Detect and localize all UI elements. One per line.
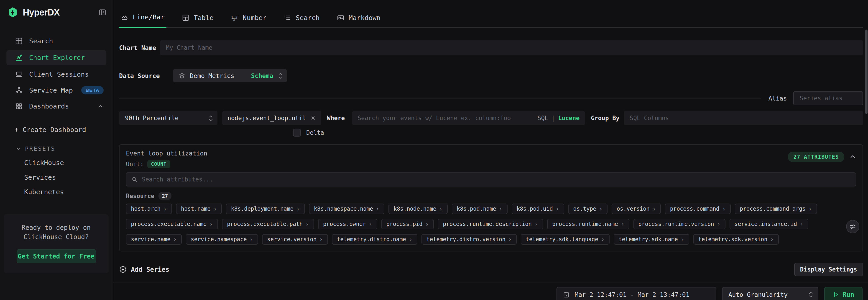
attribute-chip[interactable]: process.runtime.version › [633, 219, 725, 229]
attribute-chip[interactable]: process.runtime.name › [547, 219, 629, 229]
chevron-right-icon: › [717, 221, 720, 227]
attribute-chip[interactable]: process.executable.path › [222, 219, 314, 229]
resource-count-badge: 27 [158, 192, 172, 200]
attribute-chip-label: service.instance.id [735, 221, 797, 227]
attribute-chip-label: k8s.pod.name [457, 206, 496, 212]
sidebar-item-client-sessions[interactable]: Client Sessions [0, 67, 113, 81]
attribute-search-input[interactable] [142, 176, 851, 183]
attribute-chip[interactable]: k8s.pod.uid › [512, 203, 564, 214]
presets-header[interactable]: PRESETS [16, 145, 113, 152]
chevron-right-icon: › [556, 206, 559, 212]
divider [119, 98, 761, 99]
tab-search[interactable]: Search [282, 12, 321, 28]
attribute-chip[interactable]: process.command › [665, 203, 731, 214]
scrollbar-thumb[interactable] [865, 30, 868, 114]
time-range-picker[interactable]: Mar 2 12:47:01 - Mar 2 13:47:01 [557, 287, 716, 300]
where-search-input[interactable] [358, 115, 535, 121]
tab-markdown[interactable]: Markdown [335, 12, 382, 28]
panel-options-fab[interactable] [846, 220, 859, 233]
attribute-chip[interactable]: telemetry.distro.version › [422, 234, 517, 245]
search-icon [131, 176, 138, 183]
chevron-right-icon: › [534, 221, 538, 227]
close-icon[interactable] [310, 115, 316, 121]
add-series-button[interactable]: Add Series [119, 266, 169, 273]
attribute-chip[interactable]: host.name › [176, 203, 222, 214]
attribute-chip[interactable]: os.version › [612, 203, 661, 214]
attribute-chip-label: k8s.deployment.name [231, 206, 293, 212]
chevron-right-icon: › [601, 237, 604, 242]
create-dashboard-button[interactable]: + Create Dashboard [14, 126, 113, 134]
attribute-chip[interactable]: service.instance.id › [730, 219, 808, 229]
group-by-input[interactable] [624, 111, 863, 125]
delta-checkbox[interactable] [293, 129, 301, 137]
tab-table[interactable]: Table [180, 12, 215, 28]
tab-label: Search [296, 14, 320, 22]
attribute-chip[interactable]: service.namespace › [186, 234, 258, 245]
attribute-chip[interactable]: telemetry.sdk.language › [521, 234, 610, 245]
attribute-chip[interactable]: process.command_args › [735, 203, 817, 214]
tab-label: Markdown [349, 14, 381, 22]
clickhouse-cloud-promo: Ready to deploy on ClickHouse Cloud? Get… [4, 214, 108, 273]
collapse-sidebar-icon[interactable] [99, 8, 106, 16]
play-icon [833, 291, 839, 298]
attribute-chip[interactable]: k8s.namespace.name › [309, 203, 384, 214]
schema-link[interactable]: Schema [251, 72, 273, 79]
footer-toolbar: Mar 2 12:47:01 - Mar 2 13:47:01 Auto Gra… [113, 282, 868, 300]
sidebar-item-chart-explorer[interactable]: Chart Explorer [6, 50, 106, 65]
language-separator: | [552, 115, 555, 121]
sidebar: HyperDX Search [0, 0, 113, 300]
attribute-chip[interactable]: service.version › [262, 234, 328, 245]
attributes-count-badge: 27 ATTRIBUTES [788, 152, 844, 162]
svg-text:3: 3 [235, 15, 238, 20]
aggregation-select[interactable]: 90th Percentile [119, 111, 217, 125]
attribute-chip[interactable]: process.pid › [381, 219, 434, 229]
attribute-chip[interactable]: telemetry.distro.name › [332, 234, 417, 245]
language-lucene-option[interactable]: Lucene [558, 115, 580, 121]
sidebar-item-service-map[interactable]: Service Map BETA [0, 83, 113, 97]
attribute-chip[interactable]: service.name › [126, 234, 182, 245]
language-sql-option[interactable]: SQL [537, 115, 548, 121]
chevron-right-icon: › [163, 206, 167, 212]
attribute-chip[interactable]: host.arch › [126, 203, 172, 214]
attribute-chip[interactable]: process.owner › [318, 219, 377, 229]
attribute-chip[interactable]: process.executable.name › [126, 219, 218, 229]
metric-tag[interactable]: nodejs.event_loop.util [222, 111, 321, 125]
sidebar-item-dashboards[interactable]: Dashboards [0, 100, 113, 113]
chart-name-input[interactable] [160, 40, 863, 55]
markdown-icon [337, 14, 344, 21]
resource-group-label: Resource [126, 193, 154, 199]
attribute-chip-label: process.executable.name [131, 221, 207, 227]
attribute-chip[interactable]: process.runtime.description › [438, 219, 543, 229]
run-button[interactable]: Run [824, 287, 863, 300]
layers-icon [179, 72, 185, 79]
preset-item-kubernetes[interactable]: Kubernetes [24, 188, 113, 196]
attribute-chip[interactable]: k8s.pod.name › [452, 203, 507, 214]
display-settings-button[interactable]: Display Settings [794, 263, 863, 276]
chevron-right-icon: › [808, 206, 812, 212]
attribute-chip[interactable]: k8s.deployment.name › [226, 203, 305, 214]
attribute-chip[interactable]: os.type › [568, 203, 608, 214]
granularity-value: Auto Granularity [728, 291, 787, 298]
tab-label: Line/Bar [133, 13, 165, 21]
presets-label: PRESETS [25, 145, 55, 152]
tab-line-bar[interactable]: Line/Bar [119, 12, 166, 28]
attribute-chip-label: telemetry.sdk.name [619, 236, 678, 243]
preset-item-services[interactable]: Services [24, 173, 113, 181]
attribute-chip[interactable]: telemetry.sdk.name › [614, 234, 689, 245]
attribute-chip[interactable]: telemetry.sdk.version › [693, 234, 779, 245]
tab-number[interactable]: 1 2 3 Number [229, 12, 269, 28]
sidebar-item-search[interactable]: Search [0, 34, 113, 48]
attribute-chip[interactable]: k8s.node.name › [389, 203, 448, 214]
get-started-button[interactable]: Get Started for Free [17, 249, 96, 263]
attribute-chip-label: process.executable.path [227, 221, 303, 227]
granularity-select[interactable]: Auto Granularity [722, 287, 818, 300]
preset-item-clickhouse[interactable]: ClickHouse [24, 159, 113, 167]
area-chart-icon [121, 13, 128, 21]
attribute-chip-label: k8s.pod.uid [517, 206, 553, 212]
grid-squares-icon [15, 102, 23, 110]
data-source-select[interactable]: Demo Metrics Schema [173, 69, 287, 82]
attributes-collapse-toggle[interactable]: 27 ATTRIBUTES [788, 152, 856, 162]
attribute-chip-label: process.runtime.name [552, 221, 618, 227]
series-alias-input[interactable] [793, 91, 863, 105]
brand-row: HyperDX [0, 0, 113, 18]
